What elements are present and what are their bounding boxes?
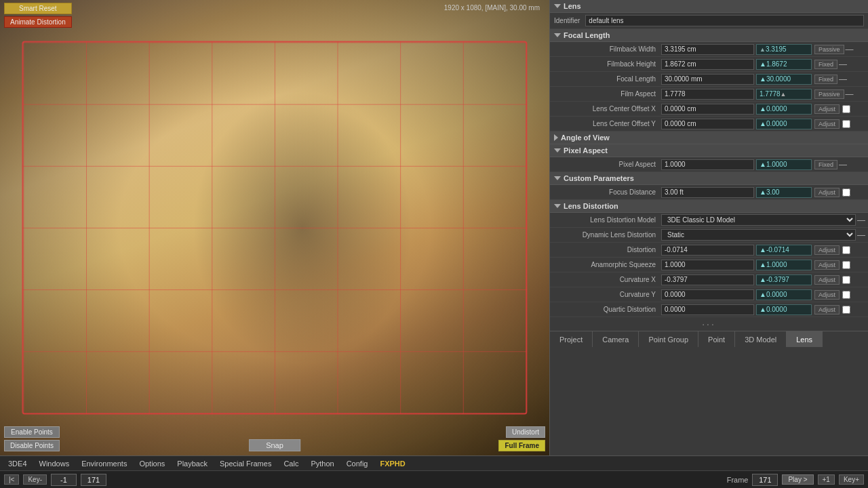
film-aspect-value[interactable] <box>661 89 754 100</box>
menu-fxphd[interactable]: FXPHD <box>374 459 410 468</box>
filmback-width-mode[interactable]: Passive <box>814 45 844 54</box>
frame-number-input[interactable] <box>752 474 778 486</box>
pixel-aspect-minus[interactable]: — <box>839 160 847 169</box>
focus-distance-checkbox[interactable] <box>842 188 850 197</box>
dynamic-lens-distortion-dropdown[interactable]: Static <box>661 229 856 241</box>
angle-of-view-header[interactable]: Angle of View <box>550 131 868 144</box>
custom-params-section-header[interactable]: Custom Parameters <box>550 172 868 185</box>
menu-special-frames[interactable]: Special Frames <box>214 459 277 468</box>
pixel-aspect-value[interactable] <box>661 159 754 170</box>
focus-distance-mode[interactable]: Adjust <box>814 188 840 197</box>
menu-playback[interactable]: Playback <box>172 459 213 468</box>
lens-section-header[interactable]: Lens <box>550 0 868 13</box>
filmback-height-value[interactable] <box>661 59 754 70</box>
film-aspect-spin[interactable]: 1.7778▲ <box>756 89 812 100</box>
film-aspect-minus[interactable]: — <box>846 89 854 99</box>
lens-center-x-value[interactable] <box>661 104 754 115</box>
tab-point-group[interactable]: Point Group <box>639 331 698 347</box>
distortion-spin[interactable]: ▲-0.0714 <box>756 245 812 256</box>
quartic-distortion-checkbox[interactable] <box>842 306 850 314</box>
full-frame-button[interactable]: Full Frame <box>498 440 545 451</box>
enable-points-button[interactable]: Enable Points <box>4 426 60 438</box>
dynamic-lens-distortion-minus[interactable]: — <box>857 230 865 240</box>
frame-minus-input[interactable] <box>51 474 77 486</box>
lens-center-x-checkbox[interactable] <box>842 105 850 113</box>
snap-button[interactable]: Snap <box>249 439 300 451</box>
filmback-height-mode[interactable]: Fixed <box>814 60 837 69</box>
menu-3de4[interactable]: 3DE4 <box>3 459 33 468</box>
curvature-y-spin[interactable]: ▲0.0000 <box>756 289 812 300</box>
focal-length-section-header[interactable]: Focal Length <box>550 29 868 42</box>
menu-environments[interactable]: Environments <box>76 459 132 468</box>
main-area: 1920 x 1080, [MAIN], 30.00 mm Smart Rese… <box>0 0 868 455</box>
lens-distortion-model-minus[interactable]: — <box>857 216 865 225</box>
distortion-value[interactable] <box>661 245 754 256</box>
focus-distance-spin[interactable]: ▲3.00 <box>756 187 812 198</box>
animate-distortion-button[interactable]: Animate Distortion <box>4 16 72 28</box>
disable-points-button[interactable]: Disable Points <box>4 440 60 451</box>
menu-windows[interactable]: Windows <box>34 459 75 468</box>
quartic-distortion-spin[interactable]: ▲0.0000 <box>756 304 812 315</box>
menu-python[interactable]: Python <box>305 459 339 468</box>
anamorphic-squeeze-spin[interactable]: ▲1.0000 <box>756 260 812 270</box>
tab-project[interactable]: Project <box>550 331 593 347</box>
play-button[interactable]: Play > <box>782 474 813 485</box>
filmback-height-spin[interactable]: ▲1.8672 <box>756 59 812 70</box>
lens-center-y-value[interactable] <box>661 119 754 129</box>
focal-length-minus[interactable]: — <box>839 75 847 84</box>
menu-calc[interactable]: Calc <box>278 459 304 468</box>
viewport-image: 1920 x 1080, [MAIN], 30.00 mm <box>0 0 549 455</box>
tab-lens[interactable]: Lens <box>787 331 823 347</box>
lens-distortion-section-header[interactable]: Lens Distortion <box>550 200 868 213</box>
tab-3d-model[interactable]: 3D Model <box>735 331 787 347</box>
undistort-button[interactable]: Undistort <box>506 426 545 438</box>
pixel-aspect-mode[interactable]: Fixed <box>814 160 837 169</box>
film-aspect-mode[interactable]: Passive <box>814 89 844 99</box>
filmback-width-value[interactable] <box>661 44 754 55</box>
curvature-x-value[interactable] <box>661 274 754 285</box>
anamorphic-squeeze-checkbox[interactable] <box>842 261 850 269</box>
lens-center-x-spin[interactable]: ▲0.0000 <box>756 104 812 115</box>
quartic-distortion-mode[interactable]: Adjust <box>814 305 840 314</box>
filmback-width-spin[interactable]: ▲3.3195 <box>756 44 812 55</box>
go-start-button[interactable]: |< <box>4 474 19 485</box>
curvature-y-mode[interactable]: Adjust <box>814 290 840 300</box>
identifier-input[interactable] <box>585 15 864 26</box>
tab-point[interactable]: Point <box>698 331 735 347</box>
filmback-width-minus[interactable]: — <box>846 45 854 54</box>
key-minus-button[interactable]: Key- <box>23 474 47 485</box>
focus-distance-value[interactable] <box>661 187 754 198</box>
anamorphic-squeeze-value[interactable] <box>661 260 754 270</box>
key-plus1-button[interactable]: +1 <box>818 474 835 485</box>
pixel-aspect-section-header[interactable]: Pixel Aspect <box>550 144 868 157</box>
curvature-x-spin[interactable]: ▲-0.3797 <box>756 274 812 285</box>
curvature-y-checkbox[interactable] <box>842 291 850 299</box>
anamorphic-squeeze-mode[interactable]: Adjust <box>814 260 840 270</box>
left-buttons: Smart Reset Animate Distortion <box>4 3 72 28</box>
filmback-height-minus[interactable]: — <box>839 60 847 69</box>
key-plus2-button[interactable]: Key+ <box>839 474 864 485</box>
focal-length-value[interactable] <box>661 74 754 85</box>
lens-distortion-model-dropdown[interactable]: 3DE Classic LD Model <box>661 214 856 226</box>
focal-length-mode[interactable]: Fixed <box>814 75 837 84</box>
tab-camera[interactable]: Camera <box>593 331 639 347</box>
lens-center-x-mode[interactable]: Adjust <box>814 104 840 114</box>
curvature-x-checkbox[interactable] <box>842 276 850 284</box>
lens-center-y-label: Lens Center Offset Y <box>553 120 661 127</box>
pixel-aspect-spin[interactable]: ▲1.0000 <box>756 159 812 170</box>
dynamic-lens-distortion-row: Dynamic Lens Distortion Static — <box>550 228 868 243</box>
menu-options[interactable]: Options <box>134 459 170 468</box>
lens-center-y-mode[interactable]: Adjust <box>814 119 840 129</box>
distortion-checkbox[interactable] <box>842 246 850 254</box>
focal-length-spin[interactable]: ▲30.0000 <box>756 74 812 85</box>
menu-config[interactable]: Config <box>341 459 374 468</box>
curvature-x-mode[interactable]: Adjust <box>814 275 840 285</box>
frame-left-input[interactable] <box>81 474 106 486</box>
distortion-mode[interactable]: Adjust <box>814 245 840 255</box>
quartic-distortion-value[interactable] <box>661 304 754 315</box>
lens-center-y-spin[interactable]: ▲0.0000 <box>756 119 812 129</box>
distortion-controls: ▲-0.0714 Adjust <box>661 245 865 256</box>
lens-center-y-checkbox[interactable] <box>842 120 850 128</box>
curvature-y-value[interactable] <box>661 289 754 300</box>
smart-reset-button[interactable]: Smart Reset <box>4 3 72 14</box>
